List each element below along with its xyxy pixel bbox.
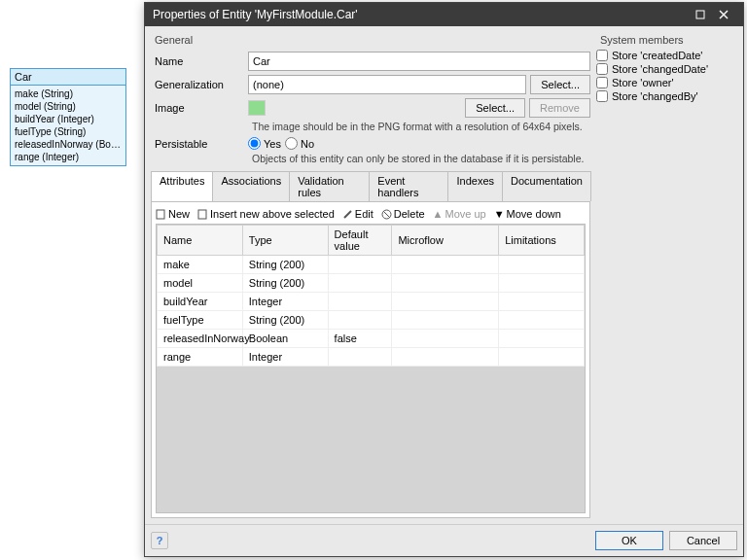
attributes-grid[interactable]: NameTypeDefault valueMicroflowLimitation… — [157, 225, 585, 367]
cell-limitations — [499, 330, 585, 348]
persistable-no-radio[interactable]: No — [285, 137, 314, 150]
entity-diagram-box[interactable]: Car make (String)model (String)buildYear… — [10, 68, 126, 166]
cell-default — [328, 293, 392, 311]
persistable-yes-radio[interactable]: Yes — [248, 137, 281, 150]
attributes-panel: New Insert new above selected Edit Delet… — [151, 201, 590, 518]
new-button[interactable]: New — [156, 208, 190, 220]
column-header[interactable]: Name — [158, 226, 243, 256]
cell-microflow — [392, 330, 499, 348]
cell-default: false — [328, 330, 392, 348]
grid-toolbar: New Insert new above selected Edit Delet… — [156, 206, 586, 224]
system-member-checkbox[interactable]: Store 'owner' — [596, 77, 737, 88]
table-row[interactable]: releasedInNorwayBooleanfalse — [158, 330, 585, 348]
cell-limitations — [499, 293, 585, 311]
cell-microflow — [392, 311, 499, 330]
cell-limitations — [499, 348, 585, 367]
persistable-label: Persistable — [151, 138, 248, 150]
cell-type: String (200) — [242, 274, 328, 293]
dialog-footer: ? OK Cancel — [145, 524, 743, 556]
cell-name: releasedInNorway — [158, 330, 243, 348]
close-icon[interactable] — [712, 7, 735, 22]
column-header[interactable]: Microflow — [392, 226, 499, 256]
column-header[interactable]: Type — [242, 226, 328, 256]
move-down-button[interactable]: ▼ Move down — [494, 208, 561, 220]
system-member-checkbox[interactable]: Store 'changedDate' — [596, 63, 737, 75]
table-row[interactable]: fuelTypeString (200) — [158, 311, 585, 330]
generalization-label: Generalization — [151, 79, 248, 90]
tab-attributes[interactable]: Attributes — [151, 171, 213, 201]
table-row[interactable]: buildYearInteger — [158, 293, 585, 311]
cell-type: Integer — [242, 293, 328, 311]
name-input[interactable] — [248, 52, 590, 71]
cell-default — [328, 311, 392, 330]
cell-default — [328, 256, 392, 274]
generalization-value: (none) — [248, 75, 526, 94]
table-row[interactable]: makeString (200) — [158, 256, 585, 274]
generalization-select-button[interactable]: Select... — [530, 75, 590, 94]
cell-name: make — [158, 256, 243, 274]
entity-attr: range (Integer) — [15, 151, 122, 163]
image-remove-button[interactable]: Remove — [529, 98, 590, 118]
entity-attr: buildYear (Integer) — [15, 113, 122, 125]
svg-rect-4 — [198, 210, 206, 219]
svg-line-7 — [383, 211, 390, 218]
cell-limitations — [499, 256, 585, 274]
triangle-up-icon: ▲ — [433, 208, 444, 220]
tab-strip: AttributesAssociationsValidation rulesEv… — [151, 171, 590, 201]
cell-type: String (200) — [242, 256, 328, 274]
persistable-hint: Objects of this entity can only be store… — [248, 153, 590, 164]
properties-dialog: Properties of Entity 'MyFirstModule.Car'… — [144, 2, 744, 557]
delete-button[interactable]: Delete — [381, 208, 425, 220]
maximize-icon[interactable] — [689, 7, 712, 22]
help-button[interactable]: ? — [151, 532, 168, 549]
table-row[interactable]: modelString (200) — [158, 274, 585, 293]
image-hint: The image should be in the PNG format wi… — [248, 121, 590, 132]
cell-default — [328, 348, 392, 367]
cancel-button[interactable]: Cancel — [669, 531, 737, 550]
cell-microflow — [392, 348, 499, 367]
cell-limitations — [499, 274, 585, 293]
ok-button[interactable]: OK — [595, 531, 663, 550]
cell-microflow — [392, 293, 499, 311]
cell-type: Integer — [242, 348, 328, 367]
tab-documentation[interactable]: Documentation — [502, 171, 591, 201]
system-members-panel: System members Store 'createdDate'Store … — [596, 32, 737, 518]
dialog-title: Properties of Entity 'MyFirstModule.Car' — [153, 8, 689, 21]
cell-limitations — [499, 311, 585, 330]
cell-name: model — [158, 274, 243, 293]
entity-attr: make (String) — [15, 88, 122, 100]
triangle-down-icon: ▼ — [494, 208, 505, 220]
tab-event-handlers[interactable]: Event handlers — [369, 171, 448, 201]
cell-type: String (200) — [242, 311, 328, 330]
system-member-checkbox[interactable]: Store 'createdDate' — [596, 50, 737, 61]
entity-header: Car — [11, 69, 125, 86]
tab-associations[interactable]: Associations — [212, 171, 290, 201]
table-row[interactable]: rangeInteger — [158, 348, 585, 367]
cell-name: buildYear — [158, 293, 243, 311]
entity-attr: model (String) — [15, 100, 122, 113]
cell-name: range — [158, 348, 243, 367]
edit-button[interactable]: Edit — [342, 208, 374, 220]
svg-rect-0 — [696, 11, 704, 18]
attributes-grid-wrap: NameTypeDefault valueMicroflowLimitation… — [156, 224, 586, 513]
tab-indexes[interactable]: Indexes — [447, 171, 503, 201]
image-select-button[interactable]: Select... — [465, 98, 525, 118]
cell-microflow — [392, 256, 499, 274]
system-member-checkbox[interactable]: Store 'changedBy' — [596, 90, 737, 102]
svg-line-5 — [344, 211, 351, 218]
system-members-heading: System members — [600, 34, 737, 46]
column-header[interactable]: Limitations — [499, 226, 585, 256]
general-heading: General — [155, 34, 590, 46]
insert-above-button[interactable]: Insert new above selected — [197, 208, 335, 220]
cell-type: Boolean — [242, 330, 328, 348]
entity-attr-list: make (String)model (String)buildYear (In… — [11, 86, 125, 165]
entity-attr: releasedInNorway (Boolea... — [15, 138, 122, 151]
image-swatch — [248, 100, 266, 116]
image-label: Image — [151, 102, 248, 114]
cell-default — [328, 274, 392, 293]
tab-validation-rules[interactable]: Validation rules — [289, 171, 370, 201]
cell-microflow — [392, 274, 499, 293]
name-label: Name — [151, 55, 248, 67]
move-up-button[interactable]: ▲ Move up — [433, 208, 486, 220]
column-header[interactable]: Default value — [328, 226, 392, 256]
